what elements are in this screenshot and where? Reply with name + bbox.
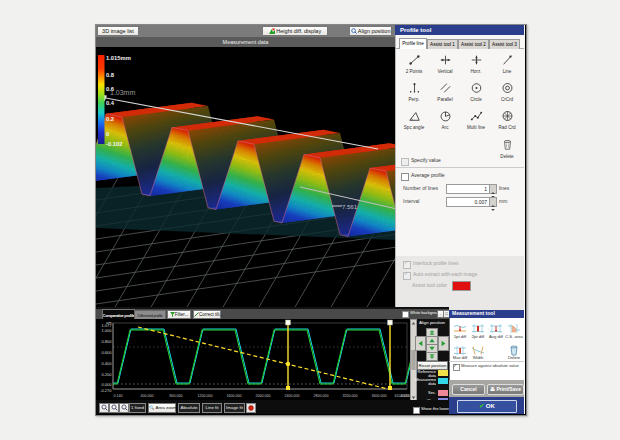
svg-text:2400.000: 2400.000 (285, 394, 300, 398)
svg-text:0.400: 0.400 (101, 361, 112, 366)
svg-text:7.561: 7.561 (342, 204, 358, 210)
svg-text:1600.000: 1600.000 (227, 394, 242, 398)
svg-text:-0.102: -0.102 (106, 141, 122, 147)
svg-text:1.015mm: 1.015mm (106, 55, 131, 61)
svg-text:1.000: 1.000 (101, 328, 112, 333)
svg-text:1.03mm: 1.03mm (110, 89, 135, 96)
svg-text:3200.000: 3200.000 (343, 394, 358, 398)
svg-text:800.000: 800.000 (170, 394, 183, 398)
svg-text:0: 0 (106, 131, 109, 137)
svg-text:0.140: 0.140 (114, 394, 123, 398)
svg-text:0.600: 0.600 (101, 350, 112, 355)
svg-text:0.000: 0.000 (101, 382, 112, 387)
svg-text:3600.000: 3600.000 (372, 394, 387, 398)
svg-text:0.4: 0.4 (106, 100, 115, 106)
svg-text:0.800: 0.800 (101, 339, 112, 344)
svg-text:400.000: 400.000 (141, 394, 154, 398)
svg-text:0.8: 0.8 (106, 72, 115, 78)
svg-text:2800.000: 2800.000 (314, 394, 329, 398)
svg-text:2000.000: 2000.000 (256, 394, 271, 398)
svg-text:1200.000: 1200.000 (198, 394, 213, 398)
svg-text:0.200: 0.200 (101, 372, 112, 377)
svg-text:0.2: 0.2 (106, 116, 114, 122)
svg-text:6104.633: 6104.633 (395, 394, 410, 398)
svg-text:-0.270: -0.270 (100, 388, 112, 393)
